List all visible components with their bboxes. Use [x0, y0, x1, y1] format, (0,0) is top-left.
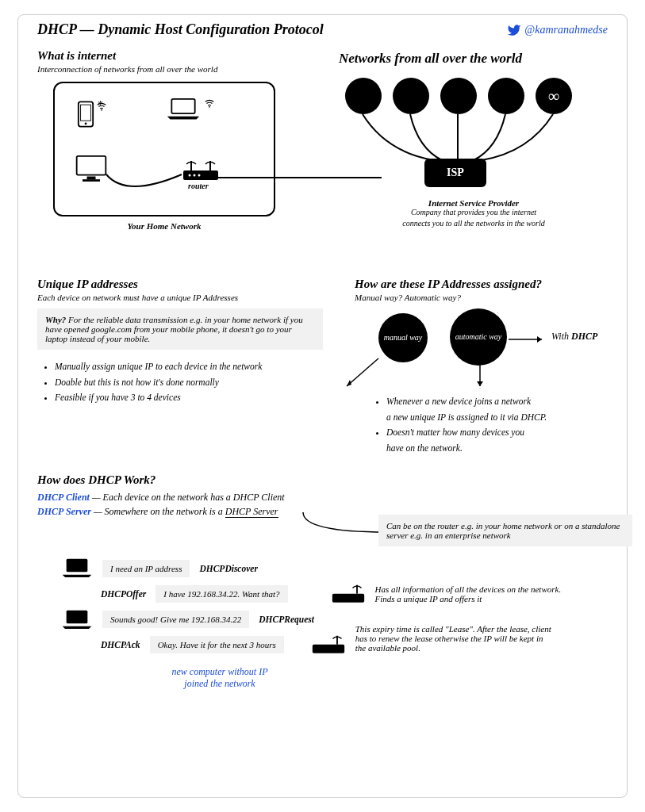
router-icon-ack — [311, 634, 346, 655]
bullet-manual-2: Doable but this is not how it's done nor… — [55, 375, 339, 391]
sub-assigned: Manual way? Automatic way? — [355, 293, 640, 302]
heading-how-works: How does DHCP Work? — [37, 473, 608, 487]
heading-assigned: How are these IP Addresses assigned? — [355, 278, 640, 291]
svg-rect-7 — [87, 176, 96, 179]
router-icon — [182, 156, 220, 182]
header: DHCP — Dynamic Host Configuration Protoc… — [37, 21, 608, 38]
svg-point-11 — [194, 174, 196, 177]
with-dhcp: With DHCP — [551, 331, 597, 343]
svg-point-3 — [101, 109, 102, 111]
heading-what-is-internet: What is internet — [37, 49, 323, 63]
sub-what-is-internet: Interconnection of networks from all ove… — [37, 64, 323, 74]
dhcp-client-line: DHCP Client — Each device on the network… — [37, 492, 608, 504]
msg-ack: Okay. Have it for the next 3 hours — [150, 636, 284, 653]
dhcp-server-text: — Somewhere on the network is a — [91, 506, 225, 517]
isp-box: ISP — [424, 159, 486, 187]
desktop-icon — [74, 155, 109, 184]
note-ack: This expiry time is called "Lease". Afte… — [355, 624, 554, 653]
heading-networks: Networks from all over the world — [339, 51, 609, 67]
isp-desc1: Company that provides you the internet — [339, 208, 609, 216]
laptop-icon-discover — [61, 557, 93, 579]
row-ack: DHCPAck Okay. Have it for the next 3 hou… — [101, 634, 608, 655]
heading-unique-ip: Unique IP addresses — [37, 278, 339, 291]
row-discover: I need an IP address DHCPDiscover — [61, 557, 608, 579]
new-computer-note: new computer without IP joined the netwo… — [101, 666, 339, 690]
label-request: DHCPRequest — [259, 615, 314, 624]
manual-bullets: Manually assign unique IP to each device… — [55, 359, 339, 406]
wifi-icon-2 — [204, 98, 215, 109]
row-ip: Unique IP addresses Each device on netwo… — [37, 278, 608, 456]
bullet-auto-1b: a new unique IP is assigned to it via DH… — [386, 412, 547, 422]
svg-rect-8 — [83, 179, 100, 182]
bullet-manual-1: Manually assign unique IP to each device… — [55, 359, 339, 375]
svg-rect-22 — [313, 645, 344, 653]
svg-point-12 — [198, 174, 201, 177]
row-offer: DHCPOffer I have 192.168.34.22. Want tha… — [101, 584, 608, 604]
dhcp-exchange: I need an IP address DHCPDiscover DHCPOf… — [37, 557, 608, 690]
phone-icon — [77, 101, 94, 128]
wifi-icon-1 — [96, 101, 107, 112]
col-assigned: How are these IP Addresses assigned? Man… — [355, 278, 640, 456]
bullet-auto-1: Whenever a new device joins a networka n… — [386, 394, 640, 425]
svg-rect-18 — [67, 559, 88, 573]
manual-arrow — [339, 354, 386, 394]
bullet-auto-1a: Whenever a new device joins a network — [386, 396, 531, 406]
bullet-auto-2b: have on the network. — [386, 443, 463, 453]
dhcp-server-underline: DHCP Server — [225, 506, 278, 518]
isp-full: Internet Service Provider — [339, 198, 609, 208]
auto-bullets: Whenever a new device joins a networka n… — [386, 394, 640, 456]
automatic-way-circle: automatic way — [450, 308, 507, 366]
svg-rect-2 — [81, 105, 91, 121]
home-network-caption: Your Home Network — [53, 221, 275, 231]
infinity-symbol: ∞ — [548, 87, 559, 105]
auto-arrow-right — [509, 335, 548, 343]
isp-diagram: ∞ ISP Internet Service Provider Company … — [339, 75, 609, 265]
svg-rect-21 — [67, 610, 88, 623]
globe-2 — [393, 78, 429, 114]
dhcp-client-text: — Each device on the network has a DHCP … — [90, 492, 285, 503]
twitter-icon — [507, 23, 521, 37]
with-label: With — [551, 331, 571, 342]
laptop-icon-request — [61, 609, 93, 630]
section-how-works: How does DHCP Work? DHCP Client — Each d… — [37, 473, 608, 518]
isp-desc2: connects you to all the networks in the … — [339, 219, 609, 228]
col-networks: Networks from all over the world ∞ ISP I… — [339, 49, 609, 265]
bullet-auto-2a: Doesn't matter how many devices you — [386, 427, 524, 437]
handle-text: @kamranahmedse — [524, 24, 608, 36]
globe-infinity: ∞ — [536, 78, 572, 114]
globe-1 — [345, 78, 382, 114]
svg-point-5 — [209, 106, 210, 108]
router-icon-offer — [331, 584, 366, 604]
laptop-icon — [166, 98, 201, 121]
manual-way-circle: manual way — [378, 313, 428, 362]
row-internet: What is internet Interconnection of netw… — [37, 49, 608, 265]
twitter-handle[interactable]: @kamranahmedse — [507, 23, 608, 37]
with-dhcp-bold: DHCP — [571, 331, 597, 342]
svg-point-1 — [85, 123, 87, 125]
globe-3 — [440, 78, 477, 114]
why-box: Why? For the reliable data transmission … — [37, 308, 323, 350]
sub-unique-ip: Each device on network must have a uniqu… — [37, 293, 339, 302]
why-label: Why? — [45, 315, 66, 324]
msg-offer: I have 192.168.34.22. Want that? — [155, 585, 287, 603]
new-comp-line2: joined the network — [101, 678, 339, 690]
svg-rect-19 — [332, 594, 363, 603]
col-unique-ip: Unique IP addresses Each device on netwo… — [37, 278, 339, 456]
label-offer: DHCPOffer — [101, 589, 146, 599]
svg-rect-4 — [171, 99, 194, 113]
label-discover: DHCPDiscover — [199, 564, 257, 573]
auto-arrow-down — [472, 364, 488, 393]
bullet-auto-2: Doesn't matter how many devices youhave … — [386, 425, 640, 456]
label-ack: DHCPAck — [101, 640, 140, 649]
dhcp-server-label: DHCP Server — [37, 506, 91, 517]
home-network-box: *︎ router — [53, 82, 275, 216]
dhcp-client-label: DHCP Client — [37, 492, 90, 503]
new-comp-line1: new computer without IP — [101, 666, 339, 678]
msg-discover: I need an IP address — [102, 560, 190, 577]
note-offer: Has all information of all the devices o… — [375, 584, 574, 603]
wire-desktop-router — [102, 163, 190, 202]
col-home-network: What is internet Interconnection of netw… — [37, 49, 323, 265]
why-text: For the reliable data transmission e.g. … — [45, 315, 303, 343]
bullet-manual-3: Feasible if you have 3 to 4 devices — [55, 390, 339, 406]
router-label: router — [188, 182, 209, 190]
